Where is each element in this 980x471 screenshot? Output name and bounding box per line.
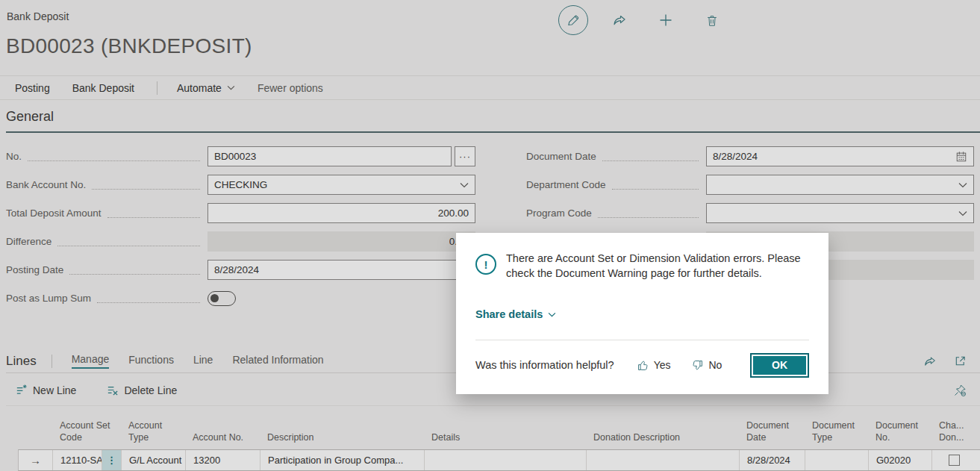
share-details-label: Share details	[475, 308, 543, 320]
thumb-down-icon	[691, 359, 704, 372]
thumb-up-icon	[637, 359, 649, 372]
share-details-link[interactable]: Share details	[475, 308, 556, 320]
dialog-divider	[475, 340, 809, 340]
feedback-yes-button[interactable]: Yes	[637, 359, 671, 372]
warning-icon: !	[475, 254, 496, 275]
feedback-prompt: Was this information helpful?	[475, 359, 614, 371]
dialog-message: There are Account Set or Dimension Valid…	[506, 251, 808, 281]
ok-button[interactable]: OK	[750, 353, 809, 378]
chevron-down-icon	[548, 312, 556, 317]
validation-dialog: ! There are Account Set or Dimension Val…	[456, 233, 828, 394]
feedback-no-button[interactable]: No	[691, 359, 722, 372]
no-label: No	[708, 359, 722, 371]
yes-label: Yes	[654, 359, 671, 371]
